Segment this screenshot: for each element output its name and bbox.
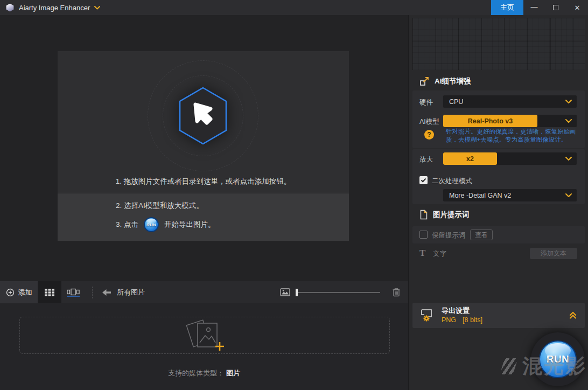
text-tool-label: 文字: [433, 249, 446, 259]
app-title: Aiarty Image Enhancer: [19, 4, 90, 12]
ai-model-select[interactable]: Real-Photo v3: [443, 115, 577, 127]
enhance-icon: [419, 76, 430, 86]
ai-model-label: AI模型: [419, 117, 439, 127]
thumbnail-size-slider[interactable]: [296, 289, 380, 296]
export-bit-depth: [8 bits]: [463, 316, 482, 324]
back-arrow-icon: [102, 289, 111, 296]
slider-handle[interactable]: [296, 289, 298, 296]
instruction-step-3: 3. 点击 RUN 开始导出图片。: [116, 217, 215, 232]
app-window: Aiarty Image Enhancer 主页 — ✕ 1. 拖放: [0, 0, 588, 390]
compare-view-button[interactable]: [61, 281, 85, 303]
close-button[interactable]: ✕: [566, 0, 588, 15]
grid-view-button[interactable]: [38, 281, 61, 303]
enhance-section-header: AI细节增强: [419, 76, 471, 86]
scale-value: x2: [443, 152, 497, 165]
export-format-value: PNG: [442, 316, 456, 324]
supported-media-value: 图片: [226, 369, 240, 377]
prompt-doc-icon: [419, 210, 428, 220]
secondary-mode-checkbox[interactable]: [419, 176, 428, 184]
preview-area: [412, 18, 585, 70]
hardware-select[interactable]: CPU: [443, 95, 577, 108]
bottom-toolbar: 添加 所有图片: [0, 281, 408, 303]
minimize-button[interactable]: —: [523, 0, 545, 14]
main-area: 1. 拖放图片文件或者目录到这里，或者点击添加按钮。 2. 选择AI模型和放大模…: [0, 15, 408, 281]
run-button[interactable]: RUN: [539, 340, 577, 378]
toolbar-divider: [92, 287, 93, 298]
aiarty-hexagon-logo-icon: [176, 86, 230, 145]
run-button-label: RUN: [547, 353, 570, 365]
export-settings-title: 导出设置: [442, 306, 470, 316]
run-badge-label: RUN: [146, 222, 156, 227]
trash-icon: [392, 288, 401, 297]
image-drop-zone[interactable]: 1. 拖放图片文件或者目录到这里，或者点击添加按钮。 2. 选择AI模型和放大模…: [58, 51, 349, 241]
add-button-label: 添加: [18, 288, 32, 297]
instruction-step-2: 2. 选择AI模型和放大模式。: [116, 201, 204, 211]
secondary-model-chevron-down-icon: [565, 193, 572, 198]
hardware-chevron-down-icon: [565, 99, 572, 104]
enhance-section-title: AI细节增强: [435, 76, 471, 86]
slider-track[interactable]: [296, 292, 380, 293]
view-prompt-button[interactable]: 查看: [470, 229, 493, 240]
prompt-section-title: 图片提示词: [433, 210, 470, 220]
text-tool-icon: T: [419, 248, 425, 259]
scale-chevron-down-icon: [565, 156, 572, 161]
maximize-button[interactable]: [545, 0, 566, 15]
secondary-model-select[interactable]: More -Detail GAN v2: [443, 189, 577, 201]
instruction-step-3-suffix: 开始导出图片。: [164, 220, 215, 229]
model-help-icon[interactable]: ?: [424, 130, 434, 140]
add-images-icon: [181, 318, 228, 352]
scale-label: 放大: [419, 155, 433, 164]
supported-media-caption: 支持的媒体类型：图片: [0, 368, 408, 378]
secondary-model-value: More -Detail GAN v2: [449, 192, 511, 199]
app-menu-chevron-down-icon[interactable]: [94, 5, 101, 10]
hardware-value: CPU: [449, 98, 463, 106]
instruction-step-3-prefix: 3. 点击: [116, 220, 138, 229]
export-settings-icon: [420, 307, 436, 323]
run-badge-icon: RUN: [144, 217, 159, 232]
settings-panel: AI细节增强 硬件 CPU AI模型 Real-Photo v3 ? 针对照片。…: [408, 15, 588, 390]
add-button[interactable]: 添加: [0, 281, 38, 303]
secondary-mode-label: 二次处理模式: [432, 177, 472, 186]
all-images-label: 所有图片: [117, 288, 145, 297]
collapse-chevrons-up-icon[interactable]: [569, 311, 577, 319]
add-plus-icon: [6, 288, 15, 297]
ai-model-value: Real-Photo v3: [443, 115, 537, 127]
titlebar: Aiarty Image Enhancer 主页 — ✕: [0, 0, 588, 15]
instruction-step-1: 1. 拖放图片文件或者目录到这里，或者点击添加按钮。: [58, 177, 349, 186]
delete-button[interactable]: [392, 288, 401, 297]
model-description: 针对照片。更好的保真度，更清晰，恢复原始画质，去模糊+去噪点。专为高质量图像设计…: [446, 128, 578, 144]
scale-box: 放大 x2 二次处理模式 More -Detail GAN v2: [412, 149, 585, 204]
prompt-section-header: 图片提示词: [419, 210, 470, 220]
keep-prompt-checkbox[interactable]: [419, 231, 428, 239]
queue-area: 支持的媒体类型：图片: [0, 303, 408, 390]
drop-zone-lower: 2. 选择AI模型和放大模式。 3. 点击 RUN 开始导出图片。: [58, 193, 349, 241]
checkmark-icon: [421, 178, 426, 183]
supported-media-prefix: 支持的媒体类型：: [168, 369, 224, 377]
all-images-filter[interactable]: 所有图片: [102, 288, 145, 297]
ai-model-chevron-down-icon: [565, 119, 572, 123]
add-text-button[interactable]: 添加文本: [530, 248, 577, 259]
drop-zone-upper[interactable]: 1. 拖放图片文件或者目录到这里，或者点击添加按钮。: [58, 51, 349, 193]
keep-prompt-label: 保留提示词: [432, 231, 466, 240]
export-settings-bar[interactable]: 导出设置 PNG [8 bits]: [412, 303, 585, 328]
compare-view-icon: [67, 288, 80, 297]
export-format: PNG [8 bits]: [442, 316, 482, 324]
hardware-label: 硬件: [419, 98, 433, 107]
app-logo-icon: [6, 4, 14, 12]
enhance-model-box: 硬件 CPU AI模型 Real-Photo v3 ? 针对照片。更好的保真度，…: [412, 90, 585, 148]
keep-prompt-box: 保留提示词 查看: [412, 226, 585, 243]
grid-view-icon: [44, 288, 55, 297]
thumbnail-size-icon: [280, 288, 290, 296]
home-button[interactable]: 主页: [491, 0, 523, 15]
scale-select[interactable]: x2: [443, 152, 577, 165]
maximize-icon: [553, 5, 558, 10]
